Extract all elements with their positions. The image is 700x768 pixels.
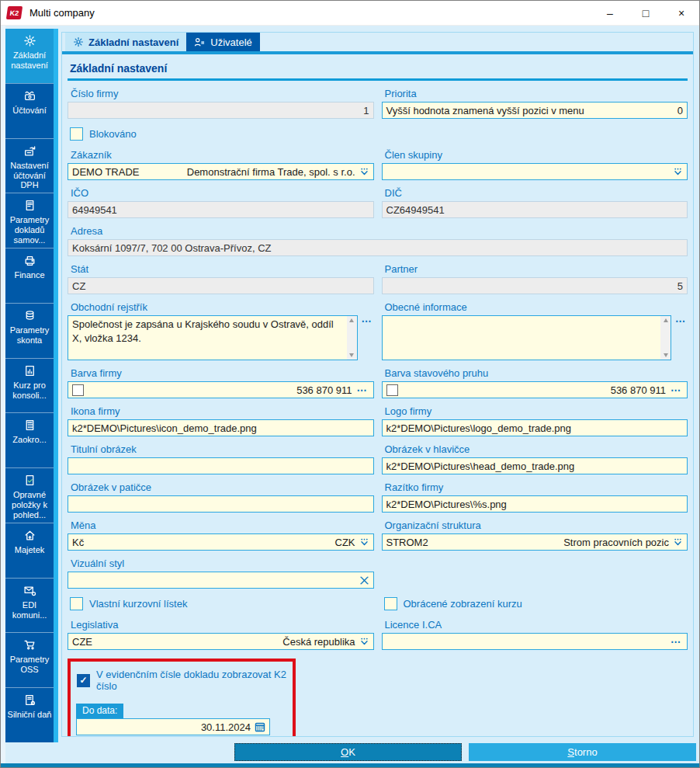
field-value: k2*DEMO\Pictures\%s.png [386, 499, 507, 510]
obecne-informace-textarea[interactable] [382, 315, 672, 360]
field-value: 536 870 911 [611, 384, 666, 396]
sidebar-item-zaokrouhleni[interactable]: Zaokro... [5, 412, 54, 467]
dropdown-icon[interactable] [359, 637, 369, 647]
licence-ica-input[interactable]: ⋯ [382, 633, 688, 650]
zakaznik-input[interactable]: DEMO TRADEDemonstrační firma Trade, spol… [68, 163, 374, 180]
field-value: Koksární 1097/7, 702 00 Ostrava-Přívoz, … [72, 242, 272, 254]
blokovano-checkbox[interactable] [70, 127, 83, 141]
field-label: Ikona firmy [71, 405, 374, 417]
vlastni-kurzovni-listek-checkbox[interactable] [70, 597, 83, 610]
sidebar-item-nastaveni-uctovani-dph[interactable]: Nastavení účtování DPH [5, 138, 54, 193]
tab-bar: Základní nastavení Uživatelé [62, 33, 693, 51]
tab-label: Základní nastavení [88, 36, 178, 48]
sidebar-item-label: Majetek [15, 545, 45, 555]
razitko-firmy-input[interactable]: k2*DEMO\Pictures\%s.png [382, 495, 688, 513]
field-zakaznik: Zákazník DEMO TRADEDemonstrační firma Tr… [68, 149, 374, 180]
priorita-input[interactable]: Vyšší hodnota znamená vyšší pozici v men… [382, 102, 688, 119]
scrollbar[interactable] [347, 316, 357, 360]
field-label: Barva firmy [71, 367, 374, 379]
close-icon[interactable]: × [664, 1, 699, 26]
field-label: Legislativa [71, 619, 374, 631]
scroll-up-icon[interactable] [349, 318, 354, 322]
field-obracene-zobrazeni-kurzu: Obrácené zobrazení kurzu [384, 597, 688, 610]
ellipsis-button[interactable]: ⋯ [360, 315, 374, 327]
field-label: Titulní obrázek [71, 443, 374, 455]
sidebar-item-uctovani[interactable]: Účtování [5, 83, 54, 138]
do-data-input[interactable]: 30.11.2024 [76, 718, 270, 735]
coins-icon [23, 309, 36, 322]
vizualni-styl-input[interactable] [68, 572, 374, 589]
color-swatch[interactable] [386, 384, 398, 396]
calendar-icon[interactable] [255, 721, 265, 732]
minimize-icon[interactable]: – [592, 1, 628, 26]
style-picker-icon[interactable] [359, 575, 369, 586]
sidebar-item-parametry-oss[interactable]: Parametry OSS [5, 632, 54, 687]
sidebar-item-opravne-polozky[interactable]: Opravné položky k pohled... [5, 467, 54, 523]
field-label: Organizační struktura [385, 520, 688, 531]
scroll-down-icon[interactable] [349, 353, 354, 357]
sidebar-item-silnicni-dan[interactable]: Silniční daň [5, 687, 54, 742]
sidebar-item-parametry-skonta[interactable]: Parametry skonta [5, 303, 54, 358]
field-barva-stavoveho-pruhu: Barva stavového pruhu 536 870 911⋯ [382, 367, 688, 398]
titulni-obrazek-input[interactable] [68, 457, 374, 474]
dropdown-icon[interactable] [359, 537, 369, 547]
ok-button[interactable]: OK [234, 743, 462, 761]
ico-input: 64949541 [68, 201, 374, 218]
obracene-zobrazeni-kurzu-checkbox[interactable] [384, 597, 397, 610]
field-value: 1 [363, 105, 369, 116]
ellipsis-button[interactable]: ⋯ [674, 315, 688, 327]
field-description: CZK [335, 537, 355, 548]
window-controls: – □ × [592, 1, 699, 26]
storno-button[interactable]: Storno [469, 743, 696, 761]
bottom-accent-bar [1, 763, 699, 767]
barva-stavoveho-pruhu-input[interactable]: 536 870 911⋯ [382, 381, 688, 398]
sidebar-item-label: EDI komuni... [6, 600, 53, 620]
scrollbar[interactable] [660, 316, 671, 360]
sidebar-item-label: Parametry OSS [6, 655, 53, 675]
ellipsis-button[interactable]: ⋯ [669, 384, 683, 396]
field-ikona-firmy: Ikona firmy k2*DEMO\Pictures\icon_demo_t… [68, 405, 374, 436]
scroll-down-icon[interactable] [664, 353, 668, 357]
tab-zakladni-nastaveni[interactable]: Základní nastavení [65, 33, 186, 51]
mena-input[interactable]: KčCZK [68, 533, 374, 551]
sidebar-item-edi-komunikace[interactable]: EDI komuni... [5, 578, 54, 633]
field-value: k2*DEMO\Pictures\icon_demo_trade.png [72, 422, 257, 434]
field-value: CZ64949541 [386, 204, 445, 216]
k2-cislo-checkbox[interactable]: ✓ [77, 674, 90, 687]
dropdown-icon[interactable] [673, 167, 683, 177]
field-ico: IČO 64949541 [68, 187, 374, 218]
sidebar-item-parametry-dokladu[interactable]: Parametry dokladů samov... [5, 193, 54, 248]
maximize-icon[interactable]: □ [628, 1, 664, 26]
barva-firmy-input[interactable]: 536 870 911⋯ [68, 381, 374, 398]
field-obrazek-v-paticce: Obrázek v patičce [68, 481, 374, 513]
dropdown-icon[interactable] [673, 537, 683, 547]
field-value [383, 316, 661, 360]
sidebar-item-finance[interactable]: Finance [5, 248, 54, 303]
sidebar-item-majetek[interactable]: Majetek [5, 523, 54, 578]
legislativa-input[interactable]: CZEČeská republika [68, 633, 374, 650]
scroll-up-icon[interactable] [664, 318, 668, 322]
ellipsis-button[interactable]: ⋯ [669, 636, 683, 648]
obrazek-v-hlavicce-input[interactable]: k2*DEMO\Pictures\head_demo_trade.png [382, 457, 688, 474]
obchodni-rejstrik-textarea[interactable]: Společnost je zapsána u Krajského soudu … [68, 315, 358, 360]
obrazek-v-paticce-input[interactable] [68, 495, 374, 513]
partner-input: 5 [382, 277, 688, 294]
field-value: k2*DEMO\Pictures\head_demo_trade.png [386, 460, 575, 472]
sidebar-item-kurz-pro-konsolidaci[interactable]: Kurz pro konsoli... [5, 358, 54, 413]
logo-firmy-input[interactable]: k2*DEMO\Pictures\logo_demo_trade.png [382, 419, 688, 436]
dropdown-icon[interactable] [359, 167, 369, 177]
tab-uzivatele[interactable]: Uživatelé [186, 33, 259, 51]
field-value: k2*DEMO\Pictures\logo_demo_trade.png [386, 422, 571, 434]
ellipsis-button[interactable]: ⋯ [355, 384, 369, 396]
field-label: Adresa [71, 225, 688, 237]
color-swatch[interactable] [72, 384, 84, 396]
organizacni-struktura-input[interactable]: STROM2Strom pracovních pozic [382, 533, 688, 551]
clen-skupiny-input[interactable] [382, 163, 688, 180]
ikona-firmy-input[interactable]: k2*DEMO\Pictures\icon_demo_trade.png [68, 419, 374, 436]
vat-refresh-icon [23, 144, 36, 158]
field-obrazek-v-hlavicce: Obrázek v hlavičce k2*DEMO\Pictures\head… [382, 443, 688, 474]
field-partner: Partner 5 [382, 263, 688, 294]
sidebar-item-label: Silniční daň [8, 710, 52, 720]
sidebar-item-zakladni-nastaveni[interactable]: Základní nastavení [5, 29, 54, 83]
field-obecne-informace: Obecné informace ⋯ [382, 301, 688, 360]
